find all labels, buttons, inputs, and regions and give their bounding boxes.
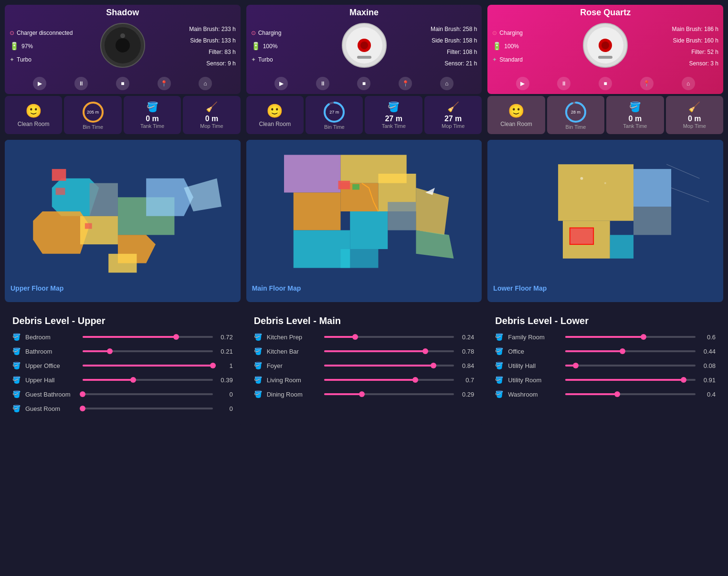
clean-room-label-rose_quartz: Clean Room <box>500 121 532 127</box>
clean-room-cell-shadow[interactable]: 🙂 Clean Room <box>5 96 62 134</box>
debris-fill <box>83 336 176 338</box>
debris-value: 0.44 <box>700 348 716 355</box>
debris-handle <box>130 377 136 383</box>
debris-value: 0.21 <box>218 348 233 355</box>
debris-slider-track[interactable] <box>565 393 696 395</box>
svg-point-9 <box>360 42 368 49</box>
debris-fill <box>324 350 426 352</box>
map-card-rose_quartz: Lower Floor Map <box>487 140 723 302</box>
play-btn-maxine[interactable]: ▶ <box>274 77 288 90</box>
locate-btn-rose_quartz[interactable]: 📍 <box>640 77 654 90</box>
debris-slider-track[interactable] <box>565 365 696 367</box>
debris-room-name: Office <box>508 348 560 355</box>
debris-value: 0.72 <box>218 334 233 341</box>
stop-btn-maxine[interactable]: ■ <box>357 77 370 90</box>
debris-fill <box>565 336 644 338</box>
debris-row: 🪣 Foyer 0.84 <box>254 362 475 369</box>
debris-fill <box>324 365 433 367</box>
debris-room-name: Upper Hall <box>25 377 78 384</box>
debris-fill <box>324 379 415 381</box>
svg-rect-38 <box>293 192 340 230</box>
debris-handle <box>614 391 620 397</box>
bin-time-cell-shadow: 205 m Bin Time <box>64 96 121 134</box>
debris-slider-track[interactable] <box>565 350 696 352</box>
home-btn-rose_quartz[interactable]: ⌂ <box>682 77 695 90</box>
debris-value: 0.29 <box>459 391 474 398</box>
speed-text-maxine: Turbo <box>258 54 273 65</box>
debris-slider-track[interactable] <box>83 365 213 367</box>
pause-btn-maxine[interactable]: ⏸ <box>316 77 329 90</box>
battery-text-maxine: 100% <box>263 41 278 52</box>
debris-slider-track[interactable] <box>83 350 213 352</box>
debris-slider-track[interactable] <box>83 408 213 409</box>
debris-slider-track[interactable] <box>565 336 696 338</box>
mop-time-cell-maxine: 🧹 27 m Mop Time <box>424 96 482 134</box>
stop-btn-rose_quartz[interactable]: ■ <box>599 77 612 90</box>
tank-time-value-shadow: 0 m <box>146 115 159 123</box>
tank-time-label-maxine: Tank Time <box>382 123 406 129</box>
debris-slider-track[interactable] <box>83 336 213 338</box>
debris-value: 0.08 <box>700 362 716 369</box>
battery-text-shadow: 97% <box>21 41 33 52</box>
debris-section: Debris Level - Main 🪣 Kitchen Prep 0.24 … <box>246 308 482 427</box>
debris-room-name: Utility Hall <box>508 362 560 369</box>
debris-handle <box>422 348 428 354</box>
debris-row: 🪣 Guest Bathroom 0 <box>12 390 233 398</box>
clean-room-cell-rose_quartz[interactable]: 🙂 Clean Room <box>487 96 545 134</box>
debris-value: 0.24 <box>459 334 474 341</box>
locate-btn-maxine[interactable]: 📍 <box>399 77 412 90</box>
debris-handle <box>107 348 113 354</box>
clean-room-label-maxine: Clean Room <box>259 121 291 127</box>
debris-vacuum-icon: 🪣 <box>254 362 262 369</box>
debris-slider-track[interactable] <box>324 379 454 381</box>
play-btn-shadow[interactable]: ▶ <box>33 77 46 90</box>
clean-room-cell-maxine[interactable]: 🙂 Clean Room <box>246 96 304 134</box>
tank-time-value-rose_quartz: 0 m <box>629 115 642 123</box>
debris-room-name: Bathroom <box>25 348 78 355</box>
debris-fill <box>565 350 622 352</box>
debris-row: 🪣 Upper Office 1 <box>12 362 233 369</box>
debris-slider-track[interactable] <box>83 393 213 395</box>
debris-room-name: Bedroom <box>25 334 78 341</box>
svg-rect-27 <box>52 169 66 181</box>
tank-time-cell-shadow: 🪣 0 m Tank Time <box>124 96 181 134</box>
debris-room-name: Dining Room <box>267 391 319 398</box>
debris-value: 0.6 <box>700 334 716 341</box>
home-btn-shadow[interactable]: ⌂ <box>199 77 212 90</box>
clean-room-icon-maxine: 🙂 <box>266 103 283 119</box>
debris-vacuum-icon: 🪣 <box>12 347 21 355</box>
debris-fill <box>83 365 213 367</box>
svg-point-56 <box>604 182 606 184</box>
debris-vacuum-icon: 🪣 <box>495 390 503 398</box>
robot-image-maxine <box>338 21 390 71</box>
debris-slider-track[interactable] <box>565 379 696 381</box>
mop-icon-maxine: 🧹 <box>447 101 459 113</box>
debris-vacuum-icon: 🪣 <box>12 405 21 412</box>
debris-slider-track[interactable] <box>324 393 454 395</box>
svg-rect-40 <box>350 211 388 249</box>
home-btn-maxine[interactable]: ⌂ <box>440 77 454 90</box>
debris-vacuum-icon: 🪣 <box>495 347 503 355</box>
brush-side-rose_quartz: Side Brush: 160 h <box>634 35 718 46</box>
mop-time-value-shadow: 0 m <box>205 115 219 123</box>
svg-rect-46 <box>352 184 359 190</box>
debris-slider-track[interactable] <box>324 350 454 352</box>
stop-btn-shadow[interactable]: ■ <box>116 77 129 90</box>
pause-btn-rose_quartz[interactable]: ⏸ <box>557 77 570 90</box>
play-btn-rose_quartz[interactable]: ▶ <box>516 77 529 90</box>
sensor-shadow: Sensor: 9 h <box>152 58 236 69</box>
map-label-maxine: Main Floor Map <box>246 281 482 296</box>
debris-value: 1 <box>218 362 233 369</box>
debris-slider-track[interactable] <box>83 379 213 381</box>
debris-slider-track[interactable] <box>324 365 454 367</box>
locate-btn-shadow[interactable]: 📍 <box>158 77 171 90</box>
svg-rect-49 <box>558 164 633 220</box>
debris-row: 🪣 Guest Room 0 <box>12 405 233 412</box>
svg-rect-45 <box>338 181 350 189</box>
debris-room-name: Guest Bathroom <box>25 391 78 398</box>
mop-icon-rose_quartz: 🧹 <box>688 101 700 113</box>
status-text-rose_quartz: Charging <box>499 27 523 39</box>
pause-btn-shadow[interactable]: ⏸ <box>74 77 88 90</box>
mop-time-label-maxine: Mop Time <box>442 123 464 129</box>
debris-slider-track[interactable] <box>324 336 454 338</box>
